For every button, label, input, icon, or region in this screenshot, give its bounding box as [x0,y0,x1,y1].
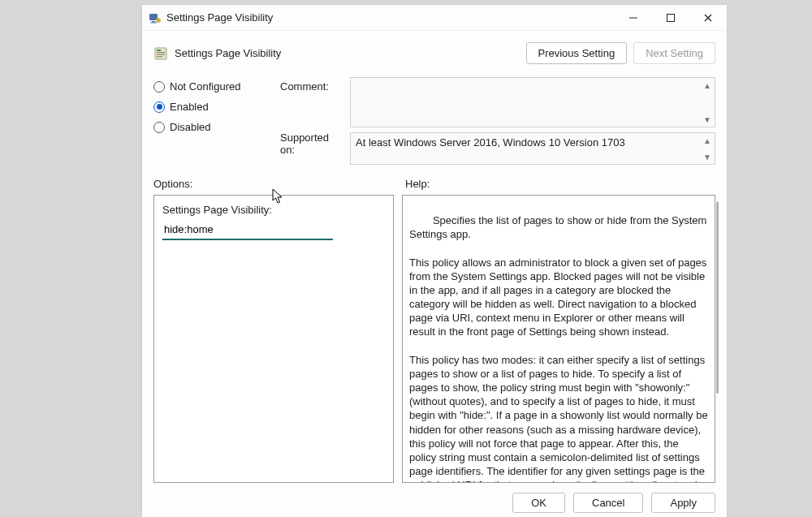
section-labels: Options: Help: [142,165,727,195]
svg-rect-2 [150,22,157,23]
radio-enabled[interactable]: Enabled [153,101,275,113]
options-heading: Options: [153,178,405,190]
settings-page-visibility-input[interactable] [162,221,333,240]
radio-not-configured[interactable]: Not Configured [153,80,275,93]
svg-rect-13 [157,56,162,57]
supported-on-value: At least Windows Server 2016, Windows 10… [356,136,625,149]
supported-on-label: Supported on: [280,131,345,156]
radio-disabled[interactable]: Disabled [153,121,275,133]
lower-panes: Settings Page Visibility: Specifies the … [142,195,727,483]
help-pane[interactable]: Specifies the list of pages to show or h… [402,195,715,483]
help-scrollbar[interactable] [716,201,720,476]
svg-rect-6 [667,14,675,21]
policy-icon [153,46,168,61]
options-field-label: Settings Page Visibility: [162,204,385,216]
radio-icon [153,122,165,133]
radio-label-text: Disabled [170,121,211,133]
svg-rect-4 [158,19,158,21]
maximize-button[interactable] [652,5,689,31]
titlebar: Settings Page Visibility [142,5,727,31]
header-row: Settings Page Visibility Previous Settin… [142,31,727,69]
cancel-button[interactable]: Cancel [573,493,643,513]
help-scrollbar-thumb[interactable] [716,201,719,394]
next-setting-button[interactable]: Next Setting [633,42,715,64]
svg-rect-10 [157,50,161,51]
config-labels: Comment: Supported on: [280,77,345,165]
radio-label-text: Not Configured [170,80,240,93]
ok-button[interactable]: OK [512,493,565,513]
scroll-up-icon[interactable]: ▲ [702,80,713,91]
dialog-window: Settings Page Visibility Settings Page V… [142,5,727,517]
config-grid: Not Configured Enabled Disabled Comment:… [142,69,727,165]
app-icon [149,11,162,24]
state-radio-group: Not Configured Enabled Disabled [153,77,275,165]
dialog-footer: OK Cancel Apply [142,483,727,517]
comment-field[interactable]: ▲ ▼ [350,77,715,127]
config-fields: ▲ ▼ At least Windows Server 2016, Window… [350,77,715,165]
help-text: Specifies the list of pages to show or h… [409,214,710,483]
help-heading: Help: [405,178,430,190]
radio-label-text: Enabled [170,101,209,113]
close-button[interactable] [689,5,727,31]
options-pane: Settings Page Visibility: [153,195,394,483]
previous-setting-button[interactable]: Previous Setting [526,42,628,64]
radio-icon [153,101,165,113]
svg-rect-1 [152,21,155,23]
supported-on-field: At least Windows Server 2016, Windows 10… [350,132,715,165]
scroll-up-icon[interactable]: ▲ [702,135,713,146]
apply-button[interactable]: Apply [651,493,715,513]
scroll-down-icon[interactable]: ▼ [702,151,713,162]
comment-label: Comment: [280,80,345,93]
radio-icon [153,81,165,93]
minimize-button[interactable] [615,5,652,31]
svg-rect-11 [157,52,165,53]
scroll-down-icon[interactable]: ▼ [702,114,713,125]
window-title: Settings Page Visibility [166,11,273,24]
page-title: Settings Page Visibility [175,47,281,59]
svg-rect-12 [157,54,165,54]
